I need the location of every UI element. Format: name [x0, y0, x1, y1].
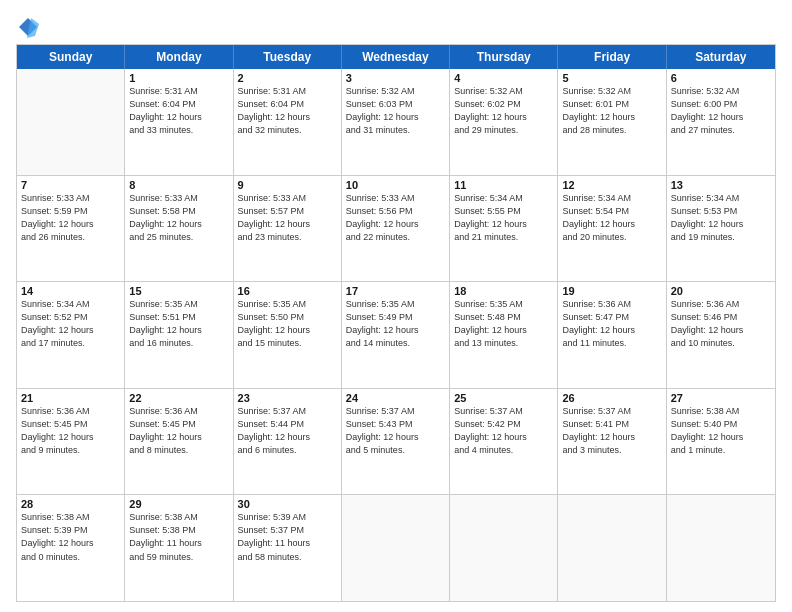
- calendar-cell: 14Sunrise: 5:34 AM Sunset: 5:52 PM Dayli…: [17, 282, 125, 388]
- calendar-cell: 21Sunrise: 5:36 AM Sunset: 5:45 PM Dayli…: [17, 389, 125, 495]
- cell-info: Sunrise: 5:31 AM Sunset: 6:04 PM Dayligh…: [129, 85, 228, 137]
- calendar-cell: 23Sunrise: 5:37 AM Sunset: 5:44 PM Dayli…: [234, 389, 342, 495]
- cell-info: Sunrise: 5:31 AM Sunset: 6:04 PM Dayligh…: [238, 85, 337, 137]
- calendar-cell: 13Sunrise: 5:34 AM Sunset: 5:53 PM Dayli…: [667, 176, 775, 282]
- cell-info: Sunrise: 5:32 AM Sunset: 6:00 PM Dayligh…: [671, 85, 771, 137]
- calendar-cell: 20Sunrise: 5:36 AM Sunset: 5:46 PM Dayli…: [667, 282, 775, 388]
- calendar-cell: 17Sunrise: 5:35 AM Sunset: 5:49 PM Dayli…: [342, 282, 450, 388]
- cell-info: Sunrise: 5:35 AM Sunset: 5:51 PM Dayligh…: [129, 298, 228, 350]
- calendar-cell: 2Sunrise: 5:31 AM Sunset: 6:04 PM Daylig…: [234, 69, 342, 175]
- day-number: 3: [346, 72, 445, 84]
- cell-info: Sunrise: 5:33 AM Sunset: 5:59 PM Dayligh…: [21, 192, 120, 244]
- calendar-cell: 5Sunrise: 5:32 AM Sunset: 6:01 PM Daylig…: [558, 69, 666, 175]
- cell-info: Sunrise: 5:36 AM Sunset: 5:45 PM Dayligh…: [21, 405, 120, 457]
- calendar-cell: 24Sunrise: 5:37 AM Sunset: 5:43 PM Dayli…: [342, 389, 450, 495]
- header-day-monday: Monday: [125, 45, 233, 69]
- day-number: 11: [454, 179, 553, 191]
- day-number: 15: [129, 285, 228, 297]
- cell-info: Sunrise: 5:34 AM Sunset: 5:52 PM Dayligh…: [21, 298, 120, 350]
- cell-info: Sunrise: 5:33 AM Sunset: 5:57 PM Dayligh…: [238, 192, 337, 244]
- day-number: 20: [671, 285, 771, 297]
- calendar-row-4: 28Sunrise: 5:38 AM Sunset: 5:39 PM Dayli…: [17, 495, 775, 601]
- day-number: 7: [21, 179, 120, 191]
- cell-info: Sunrise: 5:37 AM Sunset: 5:43 PM Dayligh…: [346, 405, 445, 457]
- calendar-cell: 8Sunrise: 5:33 AM Sunset: 5:58 PM Daylig…: [125, 176, 233, 282]
- calendar-cell: 7Sunrise: 5:33 AM Sunset: 5:59 PM Daylig…: [17, 176, 125, 282]
- cell-info: Sunrise: 5:35 AM Sunset: 5:50 PM Dayligh…: [238, 298, 337, 350]
- day-number: 27: [671, 392, 771, 404]
- calendar-cell: 18Sunrise: 5:35 AM Sunset: 5:48 PM Dayli…: [450, 282, 558, 388]
- day-number: 13: [671, 179, 771, 191]
- calendar-cell: 9Sunrise: 5:33 AM Sunset: 5:57 PM Daylig…: [234, 176, 342, 282]
- cell-info: Sunrise: 5:35 AM Sunset: 5:48 PM Dayligh…: [454, 298, 553, 350]
- day-number: 12: [562, 179, 661, 191]
- calendar-cell: 15Sunrise: 5:35 AM Sunset: 5:51 PM Dayli…: [125, 282, 233, 388]
- calendar-cell: 22Sunrise: 5:36 AM Sunset: 5:45 PM Dayli…: [125, 389, 233, 495]
- calendar-row-1: 7Sunrise: 5:33 AM Sunset: 5:59 PM Daylig…: [17, 176, 775, 283]
- day-number: 14: [21, 285, 120, 297]
- calendar-cell: 29Sunrise: 5:38 AM Sunset: 5:38 PM Dayli…: [125, 495, 233, 601]
- calendar-cell: 10Sunrise: 5:33 AM Sunset: 5:56 PM Dayli…: [342, 176, 450, 282]
- day-number: 24: [346, 392, 445, 404]
- calendar-cell: 12Sunrise: 5:34 AM Sunset: 5:54 PM Dayli…: [558, 176, 666, 282]
- day-number: 8: [129, 179, 228, 191]
- cell-info: Sunrise: 5:34 AM Sunset: 5:53 PM Dayligh…: [671, 192, 771, 244]
- day-number: 1: [129, 72, 228, 84]
- day-number: 2: [238, 72, 337, 84]
- cell-info: Sunrise: 5:37 AM Sunset: 5:44 PM Dayligh…: [238, 405, 337, 457]
- calendar-cell: 26Sunrise: 5:37 AM Sunset: 5:41 PM Dayli…: [558, 389, 666, 495]
- day-number: 25: [454, 392, 553, 404]
- day-number: 9: [238, 179, 337, 191]
- cell-info: Sunrise: 5:39 AM Sunset: 5:37 PM Dayligh…: [238, 511, 337, 563]
- header-day-saturday: Saturday: [667, 45, 775, 69]
- calendar-cell: 11Sunrise: 5:34 AM Sunset: 5:55 PM Dayli…: [450, 176, 558, 282]
- calendar-cell: [17, 69, 125, 175]
- day-number: 22: [129, 392, 228, 404]
- header-day-tuesday: Tuesday: [234, 45, 342, 69]
- cell-info: Sunrise: 5:37 AM Sunset: 5:42 PM Dayligh…: [454, 405, 553, 457]
- calendar-cell: [342, 495, 450, 601]
- calendar-cell: 28Sunrise: 5:38 AM Sunset: 5:39 PM Dayli…: [17, 495, 125, 601]
- cell-info: Sunrise: 5:36 AM Sunset: 5:46 PM Dayligh…: [671, 298, 771, 350]
- cell-info: Sunrise: 5:32 AM Sunset: 6:02 PM Dayligh…: [454, 85, 553, 137]
- calendar-cell: 25Sunrise: 5:37 AM Sunset: 5:42 PM Dayli…: [450, 389, 558, 495]
- cell-info: Sunrise: 5:32 AM Sunset: 6:01 PM Dayligh…: [562, 85, 661, 137]
- day-number: 6: [671, 72, 771, 84]
- day-number: 26: [562, 392, 661, 404]
- calendar-row-3: 21Sunrise: 5:36 AM Sunset: 5:45 PM Dayli…: [17, 389, 775, 496]
- cell-info: Sunrise: 5:34 AM Sunset: 5:55 PM Dayligh…: [454, 192, 553, 244]
- calendar-cell: 16Sunrise: 5:35 AM Sunset: 5:50 PM Dayli…: [234, 282, 342, 388]
- cell-info: Sunrise: 5:34 AM Sunset: 5:54 PM Dayligh…: [562, 192, 661, 244]
- calendar-header: SundayMondayTuesdayWednesdayThursdayFrid…: [17, 45, 775, 69]
- day-number: 5: [562, 72, 661, 84]
- header-day-wednesday: Wednesday: [342, 45, 450, 69]
- calendar-body: 1Sunrise: 5:31 AM Sunset: 6:04 PM Daylig…: [17, 69, 775, 601]
- header-day-friday: Friday: [558, 45, 666, 69]
- cell-info: Sunrise: 5:33 AM Sunset: 5:58 PM Dayligh…: [129, 192, 228, 244]
- calendar: SundayMondayTuesdayWednesdayThursdayFrid…: [16, 44, 776, 602]
- cell-info: Sunrise: 5:35 AM Sunset: 5:49 PM Dayligh…: [346, 298, 445, 350]
- header-day-sunday: Sunday: [17, 45, 125, 69]
- day-number: 19: [562, 285, 661, 297]
- calendar-cell: 19Sunrise: 5:36 AM Sunset: 5:47 PM Dayli…: [558, 282, 666, 388]
- calendar-row-2: 14Sunrise: 5:34 AM Sunset: 5:52 PM Dayli…: [17, 282, 775, 389]
- calendar-cell: 6Sunrise: 5:32 AM Sunset: 6:00 PM Daylig…: [667, 69, 775, 175]
- calendar-row-0: 1Sunrise: 5:31 AM Sunset: 6:04 PM Daylig…: [17, 69, 775, 176]
- cell-info: Sunrise: 5:38 AM Sunset: 5:39 PM Dayligh…: [21, 511, 120, 563]
- day-number: 17: [346, 285, 445, 297]
- day-number: 21: [21, 392, 120, 404]
- calendar-cell: 1Sunrise: 5:31 AM Sunset: 6:04 PM Daylig…: [125, 69, 233, 175]
- cell-info: Sunrise: 5:32 AM Sunset: 6:03 PM Dayligh…: [346, 85, 445, 137]
- day-number: 30: [238, 498, 337, 510]
- cell-info: Sunrise: 5:38 AM Sunset: 5:38 PM Dayligh…: [129, 511, 228, 563]
- cell-info: Sunrise: 5:37 AM Sunset: 5:41 PM Dayligh…: [562, 405, 661, 457]
- day-number: 10: [346, 179, 445, 191]
- cell-info: Sunrise: 5:36 AM Sunset: 5:45 PM Dayligh…: [129, 405, 228, 457]
- cell-info: Sunrise: 5:33 AM Sunset: 5:56 PM Dayligh…: [346, 192, 445, 244]
- calendar-cell: 30Sunrise: 5:39 AM Sunset: 5:37 PM Dayli…: [234, 495, 342, 601]
- day-number: 18: [454, 285, 553, 297]
- calendar-cell: 4Sunrise: 5:32 AM Sunset: 6:02 PM Daylig…: [450, 69, 558, 175]
- day-number: 23: [238, 392, 337, 404]
- calendar-cell: [450, 495, 558, 601]
- page: SundayMondayTuesdayWednesdayThursdayFrid…: [0, 0, 792, 612]
